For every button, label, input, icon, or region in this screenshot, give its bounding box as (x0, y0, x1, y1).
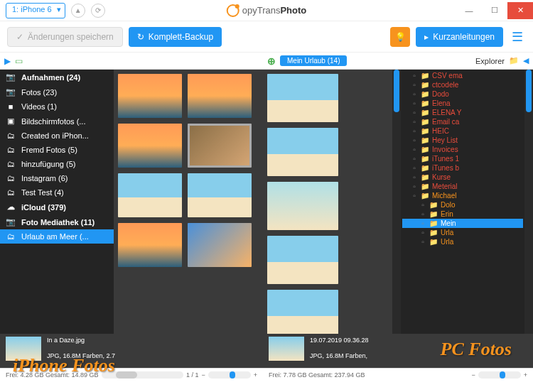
zoom-in-icon[interactable]: + (524, 371, 527, 379)
menu-button[interactable]: ☰ (509, 29, 526, 45)
expander-icon[interactable]: ▫ (411, 72, 418, 80)
photo-thumb[interactable] (118, 74, 182, 118)
tree-item[interactable]: ▫📁Meterial (402, 182, 523, 191)
play-tab-icon[interactable]: ▶ (4, 56, 11, 66)
tree-item[interactable]: ▫📁Email ca (402, 117, 523, 126)
backup-button[interactable]: ↻ Komplett-Backup (129, 27, 222, 47)
photo-thumb[interactable] (118, 173, 182, 217)
expander-icon[interactable]: ▫ (411, 136, 418, 144)
sidebar-item[interactable]: ☁iCloud (379) (0, 200, 114, 214)
expander-icon[interactable]: ▫ (411, 183, 418, 190)
explorer-tab[interactable]: Explorer (475, 57, 505, 65)
tree-item[interactable]: ▫📁ctcodele (402, 80, 523, 89)
album-icon: ▣ (6, 116, 16, 126)
expander-icon[interactable]: ▫ (411, 164, 418, 172)
sidebar-item[interactable]: ▣Bildschirmfotos (... (0, 114, 114, 129)
pc-scrollbar[interactable] (392, 70, 401, 334)
gallery-tab-icon[interactable]: ▭ (15, 56, 23, 66)
eject-button[interactable]: ▲ (71, 4, 85, 18)
expander-icon[interactable]: ▫ (411, 109, 418, 116)
photo-thumb[interactable] (188, 223, 252, 267)
photo-thumb[interactable] (118, 124, 182, 168)
folder-icon[interactable]: 📁 (509, 56, 519, 65)
disk-free: Frei: 4.28 GB Gesamt: 14.89 GB (6, 371, 99, 379)
expander-icon[interactable]: ▫ (419, 201, 426, 209)
photo-thumb-selected[interactable] (188, 124, 252, 168)
expander-icon[interactable]: ▫ (419, 219, 426, 227)
toolbar: ✓ Änderungen speichern ↻ Komplett-Backup… (0, 21, 533, 53)
tree-item[interactable]: ▫📁Kurse (402, 173, 523, 182)
photo-thumb[interactable] (118, 223, 182, 267)
expander-icon[interactable]: ▫ (411, 192, 418, 200)
zoom-slider[interactable] (478, 371, 521, 379)
photo-thumb[interactable] (267, 290, 338, 334)
expander-icon[interactable]: ▫ (419, 229, 426, 236)
sidebar-item[interactable]: 🗂Urlaub am Meer (... (0, 229, 114, 244)
zoom-track[interactable] (102, 371, 183, 379)
album-label: hinzufügung (5) (21, 160, 75, 168)
folder-icon: 📁 (421, 90, 429, 98)
expander-icon[interactable]: ▫ (411, 99, 418, 107)
photo-thumb[interactable] (267, 74, 338, 122)
sidebar-item[interactable]: 🗂hinzufügung (5) (0, 157, 114, 171)
tree-item[interactable]: ▫📁Erin (402, 209, 523, 219)
tree-item[interactable]: ▫📁Dodo (402, 89, 523, 99)
photo-thumb[interactable] (188, 173, 252, 217)
tree-item[interactable]: ▫📁Elena (402, 99, 523, 108)
photo-thumb[interactable] (188, 74, 252, 118)
tree-item[interactable]: ▫📁CSV ema (402, 71, 523, 80)
sidebar-item[interactable]: 📷Aufnahmen (24) (0, 70, 114, 85)
photo-thumb[interactable] (267, 128, 338, 176)
sidebar-item[interactable]: 🗂Fremd Fotos (5) (0, 143, 114, 157)
sidebar-item[interactable]: 🗂Instagram (6) (0, 171, 114, 185)
expander-icon[interactable]: ▫ (411, 173, 418, 181)
collapse-icon[interactable]: ◀ (523, 56, 529, 65)
sidebar-item[interactable]: 📷Fotos (23) (0, 85, 114, 99)
photo-thumb[interactable] (267, 236, 338, 284)
tree-item[interactable]: ▫📁Urla (402, 228, 523, 237)
expander-icon[interactable]: ▫ (411, 118, 418, 126)
album-label: Created on iPhon... (21, 131, 89, 140)
zoom-slider[interactable] (208, 371, 251, 379)
folder-icon: 📁 (421, 146, 429, 153)
add-icon[interactable]: ⊕ (267, 55, 276, 67)
sidebar-item[interactable]: 📷Foto Mediathek (11) (0, 214, 114, 229)
photo-thumb[interactable] (267, 182, 338, 230)
folder-label: CSV ema (432, 72, 463, 80)
guides-button[interactable]: ▸ Kurzanleitungen (416, 27, 503, 47)
close-button[interactable]: ✕ (507, 2, 533, 19)
save-changes-button[interactable]: ✓ Änderungen speichern (7, 27, 123, 47)
tree-item[interactable]: ▫📁ELENA Y (402, 108, 523, 117)
sidebar-item[interactable]: 🗂Created on iPhon... (0, 129, 114, 143)
sidebar-item[interactable]: 🗂Test Test (4) (0, 185, 114, 200)
tree-item[interactable]: ▫📁iTunes 1 (402, 154, 523, 163)
refresh-button[interactable]: ⟳ (91, 4, 105, 18)
zoom-out-icon[interactable]: − (471, 371, 475, 379)
expander-icon[interactable]: ▫ (411, 81, 418, 89)
album-label: Foto Mediathek (11) (21, 218, 95, 227)
minimize-button[interactable]: — (456, 2, 482, 19)
tree-item[interactable]: ▫📁Invoices (402, 145, 523, 154)
tree-item[interactable]: ▫📁Michael (402, 191, 523, 200)
expander-icon[interactable]: ▫ (411, 90, 418, 98)
expander-icon[interactable]: ▫ (419, 210, 426, 218)
tree-item[interactable]: ▫📁Mein (402, 219, 523, 228)
expander-icon[interactable]: ▫ (411, 146, 418, 153)
maximize-button[interactable]: ☐ (482, 2, 507, 19)
sidebar-item[interactable]: ■Videos (1) (0, 99, 114, 114)
tree-item[interactable]: ▫📁Urla (402, 237, 523, 246)
expander-icon[interactable]: ▫ (411, 155, 418, 163)
zoom-out-icon[interactable]: − (201, 371, 205, 379)
tree-item[interactable]: ▫📁HEIC (402, 126, 523, 136)
folder-tab[interactable]: Mein Urlaub (14) (280, 55, 347, 66)
tree-item[interactable]: ▫📁Hey List (402, 136, 523, 145)
tree-item[interactable]: ▫📁Dolo (402, 200, 523, 209)
zoom-in-icon[interactable]: + (254, 371, 257, 379)
expander-icon[interactable]: ▫ (419, 238, 426, 246)
album-icon: 🗂 (6, 146, 16, 154)
tree-scrollbar[interactable] (524, 70, 533, 334)
expander-icon[interactable]: ▫ (411, 127, 418, 135)
hint-button[interactable]: 💡 (390, 27, 410, 47)
tree-item[interactable]: ▫📁iTunes b (402, 163, 523, 173)
device-select[interactable]: 1: iPhone 6 (6, 3, 65, 18)
